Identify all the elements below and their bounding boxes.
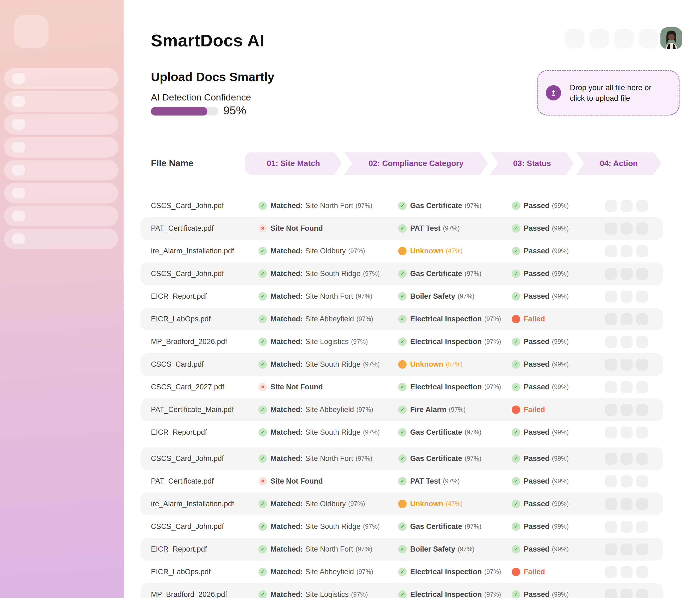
- check-icon: ✓: [398, 545, 407, 553]
- check-icon: ✓: [512, 477, 520, 485]
- action-button-skeleton[interactable]: [605, 453, 617, 465]
- action-button-skeleton[interactable]: [636, 200, 648, 212]
- action-button-skeleton[interactable]: [621, 359, 632, 370]
- action-button-skeleton[interactable]: [621, 404, 632, 416]
- status-confidence: (99%): [552, 429, 569, 436]
- site-not-found-label: Site Not Found: [271, 383, 323, 391]
- upload-icon: [546, 85, 561, 100]
- action-button-skeleton[interactable]: [621, 313, 632, 325]
- action-button-skeleton[interactable]: [605, 543, 617, 555]
- check-icon: ✓: [512, 454, 520, 463]
- action-button-skeleton[interactable]: [636, 222, 648, 235]
- action-button-skeleton[interactable]: [605, 404, 617, 416]
- action-button-skeleton[interactable]: [636, 453, 648, 465]
- action-button-skeleton[interactable]: [621, 222, 632, 235]
- action-button-skeleton[interactable]: [621, 498, 632, 510]
- action-button-skeleton[interactable]: [636, 498, 648, 510]
- file-name-cell: MP_Bradford_2026.pdf: [151, 330, 227, 353]
- file-dropzone[interactable]: Drop your all file here or click to uplo…: [537, 70, 679, 116]
- check-icon: ✓: [258, 269, 267, 278]
- actions-cell: [605, 285, 652, 308]
- action-button-skeleton[interactable]: [621, 336, 632, 348]
- category-confidence: (97%): [465, 202, 481, 210]
- action-button-skeleton[interactable]: [636, 589, 648, 598]
- action-button-skeleton[interactable]: [605, 290, 617, 303]
- action-button-skeleton[interactable]: [605, 427, 617, 438]
- action-button-skeleton[interactable]: [621, 381, 632, 393]
- site-name: Site Oldbury: [305, 500, 346, 508]
- status-cell: ✓Passed(99%): [512, 262, 569, 285]
- action-button-skeleton[interactable]: [605, 521, 617, 533]
- site-match-cell: ✕Site Not Found: [258, 470, 323, 493]
- table-row: MP_Bradford_2026.pdf✓Matched:Site Logist…: [141, 583, 663, 598]
- action-button-skeleton[interactable]: [636, 336, 648, 348]
- action-button-skeleton[interactable]: [636, 313, 648, 325]
- action-button-skeleton[interactable]: [605, 200, 617, 212]
- action-button-skeleton[interactable]: [605, 359, 617, 370]
- logo-placeholder: [14, 15, 49, 48]
- check-icon: ✓: [398, 590, 407, 598]
- action-button-skeleton[interactable]: [636, 475, 648, 487]
- status-confidence: (99%): [552, 546, 569, 553]
- category-confidence: (97%): [465, 455, 481, 462]
- category-cell: ✓Electrical Inspection(97%): [398, 560, 501, 583]
- action-button-skeleton[interactable]: [605, 313, 617, 325]
- file-name: MP_Bradford_2026.pdf: [151, 590, 227, 598]
- category-name: Boiler Safety: [410, 545, 455, 553]
- avatar[interactable]: [660, 27, 682, 49]
- matched-label: Matched:: [271, 568, 303, 576]
- action-button-skeleton[interactable]: [621, 427, 632, 438]
- site-match-cell: ✓Matched:Site North Fort(97%): [258, 538, 372, 560]
- action-button-skeleton[interactable]: [605, 566, 617, 578]
- action-button-skeleton[interactable]: [621, 245, 632, 257]
- action-button-skeleton[interactable]: [636, 290, 648, 303]
- action-button-skeleton[interactable]: [605, 589, 617, 598]
- file-name: EICR_Report.pdf: [151, 292, 207, 301]
- action-button-skeleton[interactable]: [605, 336, 617, 348]
- action-button-skeleton[interactable]: [621, 566, 632, 578]
- category-confidence: (97%): [443, 478, 459, 485]
- site-name: Site Logistics: [305, 337, 349, 346]
- action-button-skeleton[interactable]: [636, 543, 648, 555]
- unknown-confidence: (57%): [446, 361, 462, 368]
- action-button-skeleton[interactable]: [605, 381, 617, 393]
- action-button-skeleton[interactable]: [636, 404, 648, 416]
- site-match-cell: ✓Matched:Site South Ridge(97%): [258, 421, 380, 444]
- action-button-skeleton[interactable]: [636, 268, 648, 280]
- action-button-skeleton[interactable]: [636, 359, 648, 370]
- action-button-skeleton[interactable]: [621, 521, 632, 533]
- action-button-skeleton[interactable]: [605, 475, 617, 487]
- actions-cell: [605, 493, 652, 515]
- site-name: Site North Fort: [305, 545, 353, 553]
- action-button-skeleton[interactable]: [636, 245, 648, 257]
- actions-cell: [605, 470, 652, 493]
- action-button-skeleton[interactable]: [621, 475, 632, 487]
- action-button-skeleton[interactable]: [636, 521, 648, 533]
- actions-cell: [605, 240, 652, 262]
- action-button-skeleton[interactable]: [621, 200, 632, 212]
- action-button-skeleton[interactable]: [636, 427, 648, 438]
- action-button-skeleton[interactable]: [605, 268, 617, 280]
- category-confidence: (97%): [449, 406, 466, 413]
- failed-dot-icon: [512, 315, 520, 323]
- sidebar-item-icon-skeleton: [12, 211, 25, 221]
- action-button-skeleton[interactable]: [621, 589, 632, 598]
- action-button-skeleton[interactable]: [636, 566, 648, 578]
- file-name-cell: EICR_Report.pdf: [151, 421, 207, 444]
- sidebar: [0, 0, 124, 598]
- action-button-skeleton[interactable]: [605, 498, 617, 510]
- matched-label: Matched:: [271, 269, 303, 278]
- action-button-skeleton[interactable]: [605, 222, 617, 235]
- action-button-skeleton[interactable]: [621, 543, 632, 555]
- site-match-cell: ✕Site Not Found: [258, 217, 323, 240]
- file-name-cell: CSCS_Card_John.pdf: [151, 194, 224, 217]
- failed-dot-icon: [512, 568, 520, 576]
- table-row: CSCS_Card_John.pdf✓Matched:Site South Ri…: [141, 515, 663, 538]
- category-confidence: (97%): [465, 429, 481, 436]
- category-cell: ✓Electrical Inspection(97%): [398, 583, 501, 598]
- action-button-skeleton[interactable]: [621, 290, 632, 303]
- action-button-skeleton[interactable]: [621, 268, 632, 280]
- action-button-skeleton[interactable]: [605, 245, 617, 257]
- action-button-skeleton[interactable]: [636, 381, 648, 393]
- action-button-skeleton[interactable]: [621, 453, 632, 465]
